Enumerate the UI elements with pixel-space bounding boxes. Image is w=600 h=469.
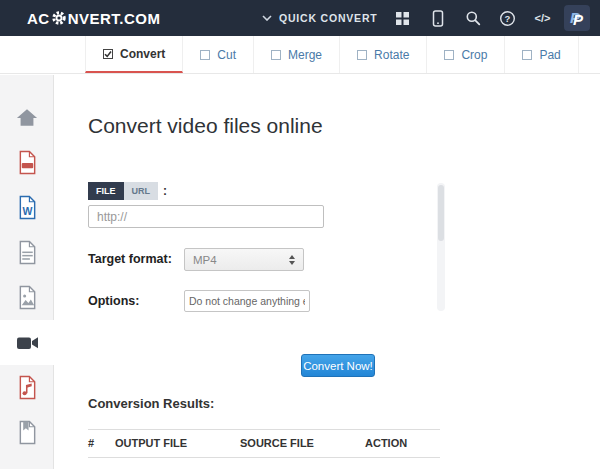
target-format-label: Target format:: [88, 252, 172, 266]
gear-icon: [51, 10, 67, 26]
code-icon[interactable]: </>: [525, 0, 560, 36]
tool-tabbar: Convert Cut Merge Rotate Crop Pad: [0, 36, 600, 74]
topbar-icon-group: ? </> P P: [385, 0, 594, 36]
sidebar-item-audio[interactable]: [0, 365, 54, 410]
tab-label: Rotate: [374, 48, 409, 62]
page-title: Convert video files online: [88, 114, 323, 138]
help-icon[interactable]: ?: [490, 0, 525, 36]
conversion-results-title: Conversion Results:: [88, 396, 214, 411]
tab-cut[interactable]: Cut: [183, 36, 254, 73]
tab-convert[interactable]: Convert: [85, 36, 183, 73]
search-icon[interactable]: [455, 0, 490, 36]
checkbox-icon: [357, 50, 367, 60]
sidebar-item-home[interactable]: [0, 95, 54, 140]
apps-grid-icon[interactable]: [385, 0, 420, 36]
chevron-down-icon: [262, 15, 272, 21]
logo[interactable]: AC NVERT.COM: [27, 10, 161, 27]
options-input[interactable]: [184, 290, 310, 312]
source-tab-url[interactable]: URL: [124, 182, 159, 200]
video-icon: [16, 330, 39, 356]
col-header-action: ACTION: [365, 437, 440, 449]
tab-label: Pad: [539, 48, 560, 62]
logo-text-ac: AC: [27, 10, 50, 27]
quick-convert-menu[interactable]: QUICK CONVERT: [262, 0, 378, 36]
col-header-source-file: SOURCE FILE: [240, 437, 365, 449]
checkbox-icon: [522, 50, 532, 60]
paypal-icon[interactable]: P P: [560, 0, 594, 36]
sidebar-item-word[interactable]: W: [0, 185, 54, 230]
tab-pad[interactable]: Pad: [505, 36, 578, 73]
aconvert-app: AC NVERT.COM QUICK CONVERT: [0, 0, 600, 469]
tab-merge[interactable]: Merge: [254, 36, 340, 73]
sidebar-item-image[interactable]: [0, 275, 54, 320]
source-colon: :: [163, 184, 167, 198]
home-icon: [16, 107, 38, 128]
target-format-value: MP4: [193, 254, 289, 266]
device-icon[interactable]: [420, 0, 455, 36]
sidebar-item-pdf[interactable]: [0, 140, 54, 185]
audio-file-icon: [17, 375, 38, 400]
tab-crop[interactable]: Crop: [427, 36, 505, 73]
pdf-file-icon: [17, 150, 38, 175]
tab-rotate[interactable]: Rotate: [340, 36, 427, 73]
checkbox-checked-icon: [103, 49, 113, 59]
source-toggle: FILE URL :: [88, 182, 167, 200]
sidebar-item-ebook[interactable]: [0, 410, 54, 455]
ebook-file-icon: [17, 420, 38, 445]
convert-now-button[interactable]: Convert Now!: [301, 354, 375, 377]
paypal-box: P P: [564, 5, 590, 31]
results-table-header-row: # OUTPUT FILE SOURCE FILE ACTION: [88, 430, 440, 458]
form-scrollbar[interactable]: [437, 183, 445, 311]
quick-convert-label: QUICK CONVERT: [279, 12, 378, 24]
col-header-output-file: OUTPUT FILE: [115, 437, 240, 449]
col-header-number: #: [88, 437, 115, 449]
sidebar-item-video[interactable]: [0, 320, 54, 365]
svg-text:W: W: [22, 205, 32, 217]
url-input[interactable]: [88, 205, 324, 228]
checkbox-icon: [271, 50, 281, 60]
results-table: # OUTPUT FILE SOURCE FILE ACTION: [88, 429, 440, 458]
tab-label: Merge: [288, 48, 322, 62]
checkbox-icon: [200, 50, 210, 60]
select-arrows-icon: [289, 255, 295, 265]
tab-label: Crop: [461, 48, 487, 62]
tab-label: Convert: [120, 47, 165, 61]
filetype-sidebar: W: [0, 75, 54, 469]
scrollbar-thumb[interactable]: [438, 185, 444, 241]
sidebar-item-document[interactable]: [0, 230, 54, 275]
options-label: Options:: [88, 294, 139, 308]
code-glyph: </>: [535, 12, 551, 24]
checkbox-icon: [444, 50, 454, 60]
source-tab-file[interactable]: FILE: [88, 182, 124, 200]
image-file-icon: [17, 285, 38, 310]
topbar: AC NVERT.COM QUICK CONVERT: [0, 0, 600, 36]
svg-text:?: ?: [505, 12, 511, 23]
logo-text-rest: NVERT.COM: [68, 10, 161, 27]
document-file-icon: [17, 240, 38, 265]
word-file-icon: W: [17, 195, 38, 220]
target-format-select[interactable]: MP4: [184, 248, 304, 271]
tab-label: Cut: [217, 48, 236, 62]
